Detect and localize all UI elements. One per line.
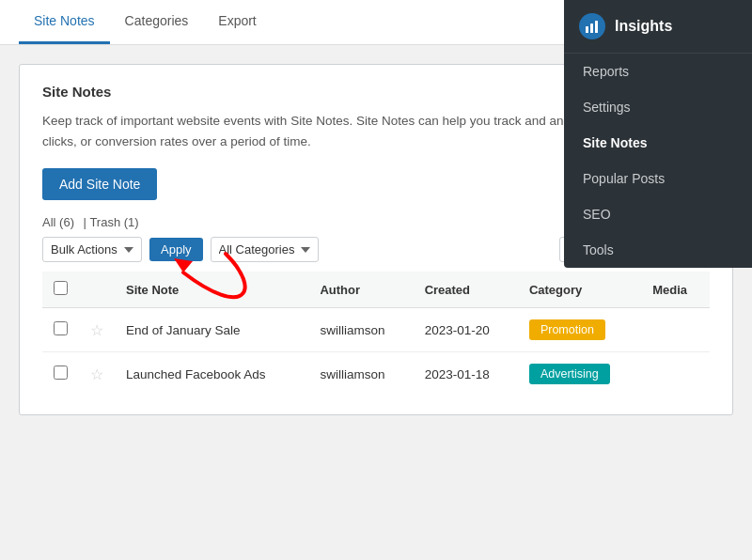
- row1-note-cell: End of January Sale: [115, 308, 308, 352]
- dropdown-item-site-notes[interactable]: Site Notes: [564, 125, 752, 161]
- add-site-note-button[interactable]: Add Site Note: [42, 168, 157, 200]
- dropdown-item-popular-posts[interactable]: Popular Posts: [564, 161, 752, 196]
- row2-checkbox[interactable]: [54, 366, 68, 380]
- row1-category-cell: Promotion: [518, 308, 641, 352]
- dropdown-item-seo[interactable]: SEO: [564, 196, 752, 232]
- table-row: ☆ End of January Sale swilliamson 2023-0…: [42, 308, 710, 352]
- dropdown-header: Insights: [564, 0, 752, 54]
- row1-checkbox-cell: [42, 308, 79, 352]
- dropdown-overlay: Insights Reports Settings Site Notes Pop…: [564, 0, 752, 268]
- apply-button[interactable]: Apply: [149, 238, 203, 261]
- categories-select[interactable]: All Categories: [211, 237, 319, 262]
- row1-checkbox[interactable]: [54, 321, 68, 335]
- th-created: Created: [414, 272, 518, 308]
- select-all-checkbox[interactable]: [54, 281, 68, 295]
- svg-rect-0: [586, 26, 588, 33]
- th-star: [79, 272, 115, 308]
- th-author: Author: [308, 272, 413, 308]
- tab-export[interactable]: Export: [203, 0, 271, 44]
- row2-star-icon[interactable]: ☆: [90, 366, 103, 382]
- th-media: Media: [641, 272, 710, 308]
- page-wrapper: Site Notes Categories Export Site Notes …: [0, 0, 752, 560]
- row1-media-cell: [641, 308, 710, 352]
- bulk-actions-select[interactable]: Bulk Actions: [42, 237, 142, 262]
- insights-icon: [579, 13, 605, 39]
- dropdown-title: Insights: [615, 18, 672, 35]
- svg-rect-2: [595, 21, 598, 33]
- dropdown-item-settings[interactable]: Settings: [564, 89, 752, 125]
- table-row: ☆ Launched Facebook Ads swilliamson 2023…: [42, 352, 710, 397]
- table-header-row: Site Note Author Created Category Media: [42, 272, 710, 308]
- th-checkbox: [42, 272, 79, 308]
- tab-categories[interactable]: Categories: [110, 0, 204, 44]
- row1-star-icon[interactable]: ☆: [90, 322, 103, 338]
- row2-category-cell: Advertising: [518, 352, 641, 397]
- dropdown-item-reports[interactable]: Reports: [564, 54, 752, 89]
- row2-note-cell: Launched Facebook Ads: [115, 352, 308, 397]
- row2-author-cell: swilliamson: [308, 352, 413, 397]
- row1-author-cell: swilliamson: [308, 308, 413, 352]
- data-table: Site Note Author Created Category Media: [42, 272, 710, 396]
- row2-star-cell: ☆: [79, 352, 115, 397]
- row2-checkbox-cell: [42, 352, 79, 397]
- th-site-note: Site Note: [115, 272, 308, 308]
- dropdown-item-tools[interactable]: Tools: [564, 232, 752, 268]
- th-category: Category: [518, 272, 641, 308]
- row2-media-cell: [641, 352, 710, 397]
- row1-created-cell: 2023-01-20: [414, 308, 518, 352]
- trash-filter-link[interactable]: Trash (1): [89, 215, 138, 229]
- all-filter-link[interactable]: All (6): [42, 215, 78, 229]
- row1-category-badge: Promotion: [529, 319, 605, 340]
- svg-rect-1: [590, 23, 593, 33]
- tab-site-notes[interactable]: Site Notes: [19, 0, 110, 44]
- row2-category-badge: Advertising: [529, 364, 610, 384]
- row1-star-cell: ☆: [79, 308, 115, 352]
- row2-created-cell: 2023-01-18: [414, 352, 518, 397]
